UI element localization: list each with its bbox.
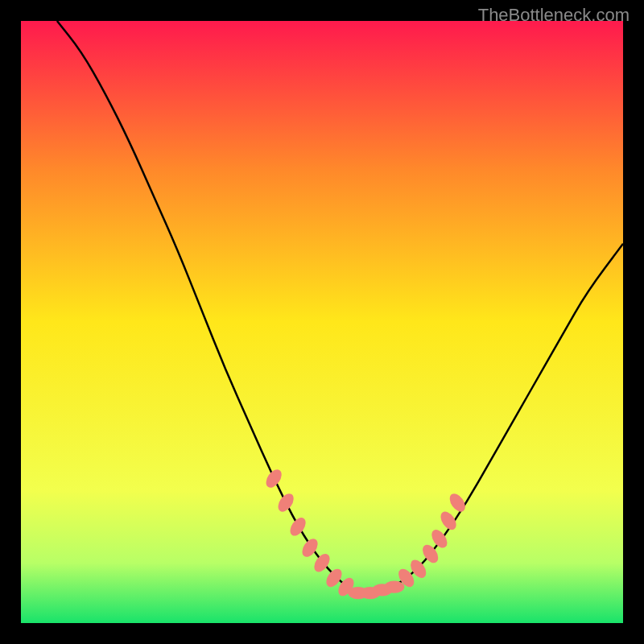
background-gradient	[21, 21, 623, 623]
highlight-dot	[384, 580, 404, 592]
chart-container	[21, 21, 623, 623]
chart-svg	[21, 21, 623, 623]
watermark-text: TheBottleneck.com	[478, 5, 630, 26]
